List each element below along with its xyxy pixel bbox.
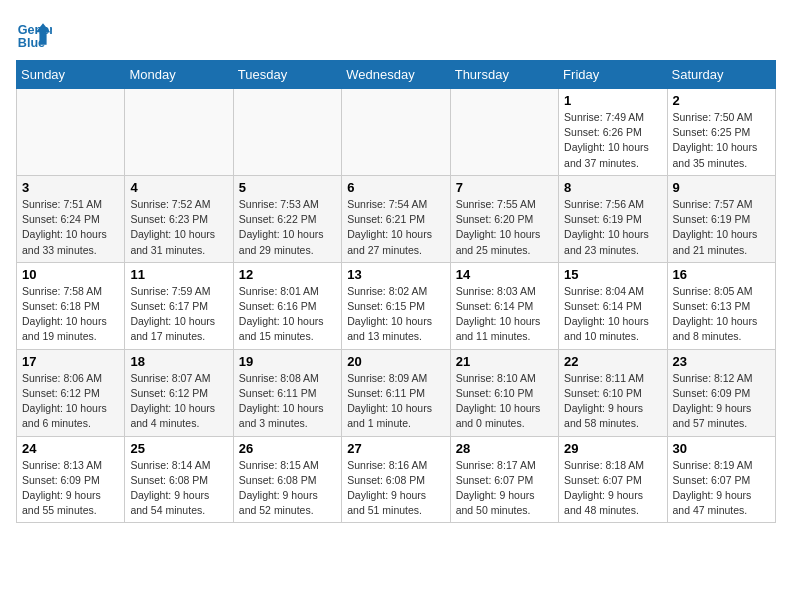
day-number: 25 <box>130 441 227 456</box>
calendar-cell: 24Sunrise: 8:13 AMSunset: 6:09 PMDayligh… <box>17 436 125 523</box>
calendar-cell: 3Sunrise: 7:51 AMSunset: 6:24 PMDaylight… <box>17 175 125 262</box>
day-number: 12 <box>239 267 336 282</box>
day-info: Sunrise: 7:52 AMSunset: 6:23 PMDaylight:… <box>130 197 227 258</box>
day-info: Sunrise: 7:49 AMSunset: 6:26 PMDaylight:… <box>564 110 661 171</box>
day-number: 2 <box>673 93 770 108</box>
calendar-cell: 28Sunrise: 8:17 AMSunset: 6:07 PMDayligh… <box>450 436 558 523</box>
calendar-cell: 5Sunrise: 7:53 AMSunset: 6:22 PMDaylight… <box>233 175 341 262</box>
day-number: 13 <box>347 267 444 282</box>
day-number: 10 <box>22 267 119 282</box>
day-number: 8 <box>564 180 661 195</box>
calendar-week-5: 24Sunrise: 8:13 AMSunset: 6:09 PMDayligh… <box>17 436 776 523</box>
day-number: 23 <box>673 354 770 369</box>
day-info: Sunrise: 8:05 AMSunset: 6:13 PMDaylight:… <box>673 284 770 345</box>
calendar-cell: 20Sunrise: 8:09 AMSunset: 6:11 PMDayligh… <box>342 349 450 436</box>
calendar-cell: 18Sunrise: 8:07 AMSunset: 6:12 PMDayligh… <box>125 349 233 436</box>
calendar-cell <box>17 89 125 176</box>
day-info: Sunrise: 8:10 AMSunset: 6:10 PMDaylight:… <box>456 371 553 432</box>
day-number: 1 <box>564 93 661 108</box>
calendar-cell: 23Sunrise: 8:12 AMSunset: 6:09 PMDayligh… <box>667 349 775 436</box>
day-info: Sunrise: 7:57 AMSunset: 6:19 PMDaylight:… <box>673 197 770 258</box>
calendar-cell: 25Sunrise: 8:14 AMSunset: 6:08 PMDayligh… <box>125 436 233 523</box>
day-info: Sunrise: 7:59 AMSunset: 6:17 PMDaylight:… <box>130 284 227 345</box>
calendar-cell <box>342 89 450 176</box>
calendar-cell: 15Sunrise: 8:04 AMSunset: 6:14 PMDayligh… <box>559 262 667 349</box>
calendar-header-row: SundayMondayTuesdayWednesdayThursdayFrid… <box>17 61 776 89</box>
day-info: Sunrise: 8:06 AMSunset: 6:12 PMDaylight:… <box>22 371 119 432</box>
calendar-cell: 14Sunrise: 8:03 AMSunset: 6:14 PMDayligh… <box>450 262 558 349</box>
logo: General Blue <box>16 16 52 52</box>
day-number: 3 <box>22 180 119 195</box>
day-number: 29 <box>564 441 661 456</box>
logo-icon: General Blue <box>16 16 52 52</box>
calendar-cell: 17Sunrise: 8:06 AMSunset: 6:12 PMDayligh… <box>17 349 125 436</box>
day-info: Sunrise: 8:02 AMSunset: 6:15 PMDaylight:… <box>347 284 444 345</box>
day-number: 26 <box>239 441 336 456</box>
weekday-header-wednesday: Wednesday <box>342 61 450 89</box>
calendar-cell <box>233 89 341 176</box>
weekday-header-friday: Friday <box>559 61 667 89</box>
day-number: 11 <box>130 267 227 282</box>
calendar-cell: 1Sunrise: 7:49 AMSunset: 6:26 PMDaylight… <box>559 89 667 176</box>
calendar-week-1: 1Sunrise: 7:49 AMSunset: 6:26 PMDaylight… <box>17 89 776 176</box>
calendar-cell: 2Sunrise: 7:50 AMSunset: 6:25 PMDaylight… <box>667 89 775 176</box>
calendar-cell: 10Sunrise: 7:58 AMSunset: 6:18 PMDayligh… <box>17 262 125 349</box>
day-number: 9 <box>673 180 770 195</box>
day-info: Sunrise: 8:15 AMSunset: 6:08 PMDaylight:… <box>239 458 336 519</box>
day-number: 6 <box>347 180 444 195</box>
calendar-cell: 4Sunrise: 7:52 AMSunset: 6:23 PMDaylight… <box>125 175 233 262</box>
calendar-cell: 27Sunrise: 8:16 AMSunset: 6:08 PMDayligh… <box>342 436 450 523</box>
calendar-cell: 8Sunrise: 7:56 AMSunset: 6:19 PMDaylight… <box>559 175 667 262</box>
calendar-cell: 13Sunrise: 8:02 AMSunset: 6:15 PMDayligh… <box>342 262 450 349</box>
day-info: Sunrise: 8:18 AMSunset: 6:07 PMDaylight:… <box>564 458 661 519</box>
day-info: Sunrise: 8:12 AMSunset: 6:09 PMDaylight:… <box>673 371 770 432</box>
calendar-cell: 22Sunrise: 8:11 AMSunset: 6:10 PMDayligh… <box>559 349 667 436</box>
day-number: 27 <box>347 441 444 456</box>
day-info: Sunrise: 8:09 AMSunset: 6:11 PMDaylight:… <box>347 371 444 432</box>
day-info: Sunrise: 8:08 AMSunset: 6:11 PMDaylight:… <box>239 371 336 432</box>
calendar-table: SundayMondayTuesdayWednesdayThursdayFrid… <box>16 60 776 523</box>
calendar-cell <box>125 89 233 176</box>
calendar-cell: 19Sunrise: 8:08 AMSunset: 6:11 PMDayligh… <box>233 349 341 436</box>
day-info: Sunrise: 8:13 AMSunset: 6:09 PMDaylight:… <box>22 458 119 519</box>
day-info: Sunrise: 8:04 AMSunset: 6:14 PMDaylight:… <box>564 284 661 345</box>
day-info: Sunrise: 7:51 AMSunset: 6:24 PMDaylight:… <box>22 197 119 258</box>
weekday-header-monday: Monday <box>125 61 233 89</box>
day-number: 24 <box>22 441 119 456</box>
weekday-header-sunday: Sunday <box>17 61 125 89</box>
day-info: Sunrise: 7:58 AMSunset: 6:18 PMDaylight:… <box>22 284 119 345</box>
calendar-cell <box>450 89 558 176</box>
day-info: Sunrise: 8:19 AMSunset: 6:07 PMDaylight:… <box>673 458 770 519</box>
day-info: Sunrise: 7:56 AMSunset: 6:19 PMDaylight:… <box>564 197 661 258</box>
day-number: 5 <box>239 180 336 195</box>
weekday-header-tuesday: Tuesday <box>233 61 341 89</box>
day-number: 15 <box>564 267 661 282</box>
day-number: 17 <box>22 354 119 369</box>
weekday-header-thursday: Thursday <box>450 61 558 89</box>
day-info: Sunrise: 7:55 AMSunset: 6:20 PMDaylight:… <box>456 197 553 258</box>
day-number: 22 <box>564 354 661 369</box>
weekday-header-saturday: Saturday <box>667 61 775 89</box>
calendar-cell: 21Sunrise: 8:10 AMSunset: 6:10 PMDayligh… <box>450 349 558 436</box>
day-number: 19 <box>239 354 336 369</box>
calendar-cell: 26Sunrise: 8:15 AMSunset: 6:08 PMDayligh… <box>233 436 341 523</box>
calendar-week-2: 3Sunrise: 7:51 AMSunset: 6:24 PMDaylight… <box>17 175 776 262</box>
day-info: Sunrise: 8:03 AMSunset: 6:14 PMDaylight:… <box>456 284 553 345</box>
calendar-cell: 12Sunrise: 8:01 AMSunset: 6:16 PMDayligh… <box>233 262 341 349</box>
day-number: 28 <box>456 441 553 456</box>
day-number: 30 <box>673 441 770 456</box>
calendar-cell: 9Sunrise: 7:57 AMSunset: 6:19 PMDaylight… <box>667 175 775 262</box>
calendar-cell: 11Sunrise: 7:59 AMSunset: 6:17 PMDayligh… <box>125 262 233 349</box>
day-info: Sunrise: 8:14 AMSunset: 6:08 PMDaylight:… <box>130 458 227 519</box>
day-number: 20 <box>347 354 444 369</box>
day-info: Sunrise: 8:01 AMSunset: 6:16 PMDaylight:… <box>239 284 336 345</box>
day-number: 4 <box>130 180 227 195</box>
day-info: Sunrise: 8:11 AMSunset: 6:10 PMDaylight:… <box>564 371 661 432</box>
day-info: Sunrise: 8:17 AMSunset: 6:07 PMDaylight:… <box>456 458 553 519</box>
calendar-week-3: 10Sunrise: 7:58 AMSunset: 6:18 PMDayligh… <box>17 262 776 349</box>
day-number: 14 <box>456 267 553 282</box>
day-info: Sunrise: 7:54 AMSunset: 6:21 PMDaylight:… <box>347 197 444 258</box>
calendar-cell: 29Sunrise: 8:18 AMSunset: 6:07 PMDayligh… <box>559 436 667 523</box>
day-info: Sunrise: 8:16 AMSunset: 6:08 PMDaylight:… <box>347 458 444 519</box>
calendar-cell: 6Sunrise: 7:54 AMSunset: 6:21 PMDaylight… <box>342 175 450 262</box>
